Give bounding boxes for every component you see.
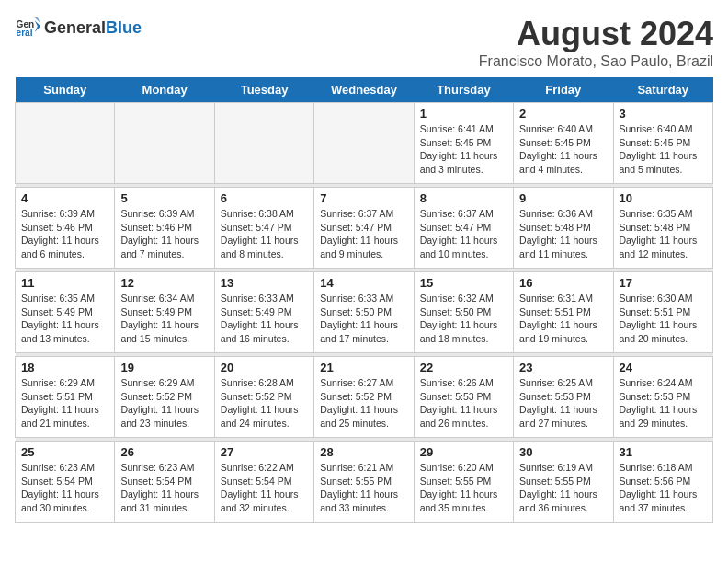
day-info: Sunrise: 6:40 AMSunset: 5:45 PMDaylight:… (620, 122, 707, 177)
calendar-cell: 19Sunrise: 6:29 AMSunset: 5:52 PMDayligh… (115, 357, 214, 438)
calendar-cell: 26Sunrise: 6:23 AMSunset: 5:54 PMDayligh… (115, 442, 214, 523)
day-info: Sunrise: 6:21 AMSunset: 5:55 PMDaylight:… (320, 461, 407, 515)
calendar-cell: 31Sunrise: 6:18 AMSunset: 5:56 PMDayligh… (613, 442, 712, 523)
calendar-cell: 21Sunrise: 6:27 AMSunset: 5:52 PMDayligh… (314, 357, 414, 438)
logo-general: General (44, 18, 106, 37)
day-info: Sunrise: 6:34 AMSunset: 5:49 PMDaylight:… (120, 292, 208, 346)
calendar-cell (115, 103, 214, 184)
date-number: 31 (620, 445, 707, 459)
date-number: 16 (519, 276, 607, 290)
day-info: Sunrise: 6:18 AMSunset: 5:56 PMDaylight:… (620, 461, 707, 515)
calendar-cell: 29Sunrise: 6:20 AMSunset: 5:55 PMDayligh… (414, 442, 513, 523)
date-number: 18 (21, 361, 108, 374)
calendar-cell (214, 103, 313, 184)
day-info: Sunrise: 6:33 AMSunset: 5:49 PMDaylight:… (221, 292, 308, 346)
date-number: 20 (221, 361, 308, 374)
calendar-cell: 7Sunrise: 6:37 AMSunset: 5:47 PMDaylight… (314, 188, 414, 269)
page-header: Gen eral GeneralBlue August 2024 Francis… (15, 15, 713, 70)
day-header-monday: Monday (115, 77, 214, 103)
calendar-cell: 3Sunrise: 6:40 AMSunset: 5:45 PMDaylight… (613, 103, 712, 184)
date-number: 25 (21, 445, 108, 459)
day-header-sunday: Sunday (16, 77, 115, 103)
svg-text:eral: eral (17, 28, 33, 38)
logo-icon: Gen eral (15, 15, 40, 40)
date-number: 8 (420, 191, 507, 205)
calendar-cell: 6Sunrise: 6:38 AMSunset: 5:47 PMDaylight… (214, 188, 313, 269)
calendar-cell: 25Sunrise: 6:23 AMSunset: 5:54 PMDayligh… (16, 442, 115, 523)
logo: Gen eral GeneralBlue (15, 15, 142, 40)
day-info: Sunrise: 6:35 AMSunset: 5:48 PMDaylight:… (620, 207, 707, 261)
calendar-cell: 13Sunrise: 6:33 AMSunset: 5:49 PMDayligh… (214, 272, 313, 353)
date-number: 29 (420, 445, 507, 459)
calendar-cell: 22Sunrise: 6:26 AMSunset: 5:53 PMDayligh… (414, 357, 513, 438)
date-number: 17 (620, 276, 707, 290)
date-number: 6 (221, 191, 308, 205)
calendar-cell: 8Sunrise: 6:37 AMSunset: 5:47 PMDaylight… (414, 188, 513, 269)
date-number: 10 (620, 191, 707, 205)
calendar-cell: 5Sunrise: 6:39 AMSunset: 5:46 PMDaylight… (115, 188, 214, 269)
day-info: Sunrise: 6:28 AMSunset: 5:52 PMDaylight:… (221, 376, 308, 431)
date-number: 21 (320, 361, 407, 374)
calendar-cell (16, 103, 115, 184)
date-number: 30 (519, 445, 607, 459)
date-number: 15 (420, 276, 507, 290)
calendar-cell: 16Sunrise: 6:31 AMSunset: 5:51 PMDayligh… (514, 272, 613, 353)
calendar-week-5: 25Sunrise: 6:23 AMSunset: 5:54 PMDayligh… (16, 442, 713, 523)
calendar-cell: 14Sunrise: 6:33 AMSunset: 5:50 PMDayligh… (314, 272, 414, 353)
calendar-cell: 10Sunrise: 6:35 AMSunset: 5:48 PMDayligh… (613, 188, 712, 269)
date-number: 19 (120, 361, 208, 374)
date-number: 3 (620, 107, 707, 121)
date-number: 28 (320, 445, 407, 459)
calendar-cell: 20Sunrise: 6:28 AMSunset: 5:52 PMDayligh… (214, 357, 313, 438)
day-info: Sunrise: 6:32 AMSunset: 5:50 PMDaylight:… (420, 292, 507, 346)
day-info: Sunrise: 6:25 AMSunset: 5:53 PMDaylight:… (519, 376, 607, 431)
date-number: 1 (420, 107, 507, 121)
date-number: 12 (120, 276, 208, 290)
calendar-cell: 15Sunrise: 6:32 AMSunset: 5:50 PMDayligh… (414, 272, 513, 353)
day-header-friday: Friday (514, 77, 613, 103)
date-number: 13 (221, 276, 308, 290)
calendar-table: SundayMondayTuesdayWednesdayThursdayFrid… (15, 77, 713, 523)
calendar-cell: 23Sunrise: 6:25 AMSunset: 5:53 PMDayligh… (514, 357, 613, 438)
day-info: Sunrise: 6:36 AMSunset: 5:48 PMDaylight:… (519, 207, 607, 261)
day-header-tuesday: Tuesday (214, 77, 313, 103)
day-info: Sunrise: 6:19 AMSunset: 5:55 PMDaylight:… (519, 461, 607, 515)
date-number: 11 (21, 276, 108, 290)
day-info: Sunrise: 6:29 AMSunset: 5:52 PMDaylight:… (120, 376, 208, 431)
subtitle: Francisco Morato, Sao Paulo, Brazil (479, 53, 713, 70)
main-title: August 2024 (479, 15, 713, 53)
calendar-cell: 2Sunrise: 6:40 AMSunset: 5:45 PMDaylight… (514, 103, 613, 184)
day-info: Sunrise: 6:29 AMSunset: 5:51 PMDaylight:… (21, 376, 108, 431)
day-info: Sunrise: 6:20 AMSunset: 5:55 PMDaylight:… (420, 461, 507, 515)
date-number: 5 (120, 191, 208, 205)
day-info: Sunrise: 6:30 AMSunset: 5:51 PMDaylight:… (620, 292, 707, 346)
date-number: 24 (620, 361, 707, 374)
day-info: Sunrise: 6:27 AMSunset: 5:52 PMDaylight:… (320, 376, 407, 431)
day-header-thursday: Thursday (414, 77, 513, 103)
day-info: Sunrise: 6:41 AMSunset: 5:45 PMDaylight:… (420, 122, 507, 177)
date-number: 22 (420, 361, 507, 374)
day-info: Sunrise: 6:26 AMSunset: 5:53 PMDaylight:… (420, 376, 507, 431)
day-info: Sunrise: 6:33 AMSunset: 5:50 PMDaylight:… (320, 292, 407, 346)
date-number: 23 (519, 361, 607, 374)
day-header-wednesday: Wednesday (314, 77, 414, 103)
calendar-week-3: 11Sunrise: 6:35 AMSunset: 5:49 PMDayligh… (16, 272, 713, 353)
calendar-week-2: 4Sunrise: 6:39 AMSunset: 5:46 PMDaylight… (16, 188, 713, 269)
calendar-header-row: SundayMondayTuesdayWednesdayThursdayFrid… (16, 77, 713, 103)
calendar-cell: 17Sunrise: 6:30 AMSunset: 5:51 PMDayligh… (613, 272, 712, 353)
day-info: Sunrise: 6:37 AMSunset: 5:47 PMDaylight:… (420, 207, 507, 261)
day-info: Sunrise: 6:31 AMSunset: 5:51 PMDaylight:… (519, 292, 607, 346)
date-number: 7 (320, 191, 407, 205)
date-number: 14 (320, 276, 407, 290)
calendar-cell: 28Sunrise: 6:21 AMSunset: 5:55 PMDayligh… (314, 442, 414, 523)
date-number: 4 (21, 191, 108, 205)
calendar-cell: 1Sunrise: 6:41 AMSunset: 5:45 PMDaylight… (414, 103, 513, 184)
title-area: August 2024 Francisco Morato, Sao Paulo,… (479, 15, 713, 70)
day-info: Sunrise: 6:38 AMSunset: 5:47 PMDaylight:… (221, 207, 308, 261)
date-number: 2 (519, 107, 607, 121)
calendar-cell (314, 103, 414, 184)
day-info: Sunrise: 6:39 AMSunset: 5:46 PMDaylight:… (120, 207, 208, 261)
calendar-cell: 27Sunrise: 6:22 AMSunset: 5:54 PMDayligh… (214, 442, 313, 523)
day-info: Sunrise: 6:22 AMSunset: 5:54 PMDaylight:… (221, 461, 308, 515)
calendar-cell: 12Sunrise: 6:34 AMSunset: 5:49 PMDayligh… (115, 272, 214, 353)
